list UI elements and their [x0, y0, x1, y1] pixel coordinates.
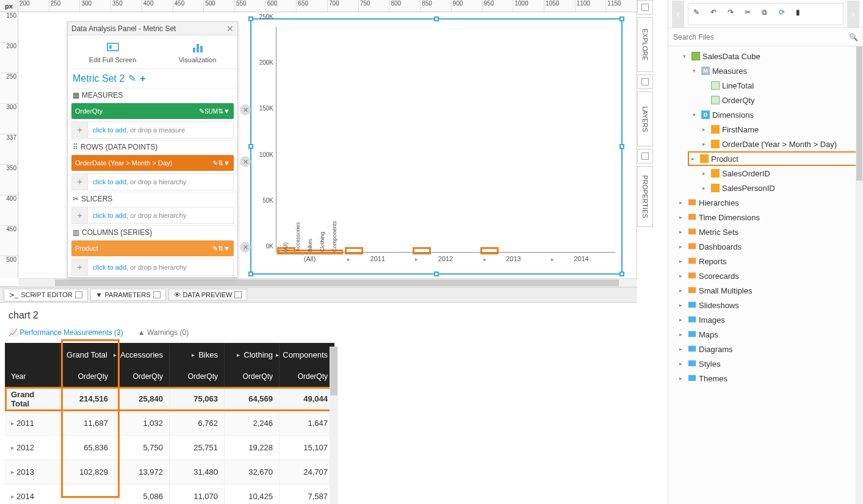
tree-category[interactable]: ▸Small Multiples — [668, 283, 863, 298]
tree-node-dimensions[interactable]: ▾DDimensions — [668, 107, 863, 122]
pin-icon[interactable] — [153, 291, 161, 298]
tree-category[interactable]: ▸Slideshows — [668, 298, 863, 312]
explore-tree[interactable]: ▾SalesData Cube ▾MMeasures LineTotal Ord… — [668, 46, 863, 504]
tool-redo-icon[interactable]: ↷ — [728, 8, 740, 20]
columns-pill-product[interactable]: Product ✎ ⇅ ▼ — [71, 240, 234, 256]
slicers-dropzone[interactable]: + click to add, or drop a hierarchy — [71, 207, 234, 224]
metric-set-name[interactable]: Metric Set 2 — [73, 73, 125, 84]
tree-category[interactable]: ▸Themes — [668, 371, 863, 386]
rtab-pin[interactable] — [637, 74, 653, 89]
resize-handle[interactable] — [248, 144, 253, 149]
tree-category[interactable]: ▸Metric Sets — [668, 225, 863, 239]
tab-parameters[interactable]: ▼PARAMETERS — [90, 289, 166, 301]
tab-script-editor[interactable]: ≻_SCRIPT EDITOR — [4, 289, 88, 301]
toolbar-prev-button[interactable]: ‹ — [672, 1, 684, 27]
tree-node-salespersonid[interactable]: ▸SalesPersonID — [668, 181, 863, 195]
resize-handle[interactable] — [248, 272, 253, 276]
tool-edit-icon[interactable]: ✎ — [693, 8, 706, 20]
table-row[interactable]: ▸ 201111,6871,0326,7622,2461,647 — [5, 411, 637, 436]
tree-node-orderqty[interactable]: OrderQty — [668, 93, 863, 107]
edit-icon[interactable]: ✎ — [212, 245, 218, 253]
tool-cut-icon[interactable]: ✂ — [745, 8, 757, 20]
pin-icon[interactable] — [234, 291, 242, 298]
tool-refresh-icon[interactable]: ⟳ — [779, 8, 791, 20]
table-col-header[interactable]: Grand Total — [60, 343, 115, 366]
table-row[interactable]: ▸ 201265,8365,75025,75119,22815,107 — [5, 436, 637, 460]
canvas-h-scrollbar[interactable] — [18, 278, 637, 287]
rows-pill-orderdate[interactable]: OrderDate (Year > Month > Day) ✎ ⇅ ▼ — [71, 155, 234, 171]
tree-category[interactable]: ▸Scorecards — [668, 268, 863, 283]
measure-dropzone[interactable]: + click to add, or drop a measure — [71, 121, 234, 139]
x-axis-label[interactable]: ▸2013 — [480, 253, 547, 270]
filter-icon[interactable]: ▼ — [223, 245, 230, 252]
remove-pill-button[interactable]: ✕ — [240, 242, 251, 253]
chart-plot-area[interactable]: (All)AccessoriesBikesClothingComponents — [276, 27, 615, 253]
resize-handle[interactable] — [619, 144, 624, 149]
close-icon[interactable]: ✕ — [226, 24, 234, 34]
edit-full-screen-button[interactable]: Edit Full Screen — [89, 40, 137, 63]
x-axis-label[interactable]: ▸2014 — [547, 253, 615, 270]
explore-v-scrollbar[interactable] — [856, 46, 863, 504]
tree-category[interactable]: ▸Hierarchies — [668, 195, 863, 210]
columns-dropzone[interactable]: + click to add, or drop a hierarchy — [71, 259, 234, 276]
tool-device-icon[interactable]: ▮ — [796, 8, 808, 20]
resize-handle[interactable] — [434, 16, 439, 21]
tree-node-measures[interactable]: ▾MMeasures — [668, 63, 863, 78]
x-axis-label[interactable]: ▸2012 — [411, 253, 479, 270]
resize-handle[interactable] — [434, 272, 439, 276]
edit-icon[interactable]: ✎ — [199, 107, 204, 115]
tree-node-orderdate[interactable]: ▸OrderDate (Year > Month > Day) — [668, 137, 863, 151]
tab-data-preview[interactable]: 👁DATA PREVIEW — [168, 289, 248, 301]
x-axis-label[interactable]: (All) — [276, 253, 344, 270]
measure-pill-orderqty[interactable]: OrderQty ✎ SUM ⇅ ▼ — [71, 103, 234, 119]
tool-undo-icon[interactable]: ↶ — [710, 8, 723, 20]
edit-icon[interactable]: ✎ — [128, 73, 136, 84]
add-slicer-button[interactable]: + — [72, 207, 88, 223]
perf-measurements-link[interactable]: 📈 Performance Measurements (3) — [9, 328, 123, 337]
table-row[interactable]: ▸ 20145,08611,07010,4257,587 — [5, 484, 637, 504]
tree-node-cube[interactable]: ▾SalesData Cube — [668, 49, 863, 63]
chart-selection-box[interactable]: 0K50K100K150K200K250K (All)AccessoriesBi… — [250, 18, 623, 275]
toolbar-next-button[interactable]: › — [847, 1, 859, 27]
tree-category[interactable]: ▸Time Dimensions — [668, 210, 863, 225]
tree-node-firstname[interactable]: ▸FirstName — [668, 122, 863, 137]
rows-dropzone[interactable]: + click to add, or drop a hierarchy — [71, 173, 234, 190]
table-col-header[interactable]: ▸ Accessories — [115, 343, 170, 366]
tree-node-linetotal[interactable]: LineTotal — [668, 78, 863, 93]
table-col-header[interactable]: ▸ Bikes — [170, 343, 225, 366]
add-row-button[interactable]: + — [72, 174, 88, 190]
tree-category[interactable]: ▸Images — [668, 312, 863, 327]
sort-icon[interactable]: ⇅ — [218, 159, 223, 167]
visualization-button[interactable]: Visualization — [179, 40, 217, 63]
search-input[interactable] — [673, 33, 849, 41]
edit-icon[interactable]: ✎ — [212, 159, 218, 167]
add-measure-button[interactable]: + — [72, 122, 88, 138]
filter-icon[interactable]: ▼ — [223, 107, 230, 115]
tree-node-product[interactable]: ▸Product — [688, 151, 859, 166]
add-metric-set-button[interactable]: + — [140, 73, 145, 84]
resize-handle[interactable] — [619, 272, 624, 276]
table-col-header[interactable]: ▸ Components — [280, 343, 334, 366]
resize-handle[interactable] — [619, 16, 624, 21]
resize-handle[interactable] — [248, 16, 253, 21]
table-col-header[interactable]: ▸ Clothing — [225, 343, 280, 366]
pin-icon[interactable] — [75, 291, 82, 298]
table-row[interactable]: ▸ 2013102,82913,97231,48032,67024,707 — [5, 460, 637, 484]
filter-icon[interactable]: ▼ — [223, 159, 230, 167]
x-axis-label[interactable]: ▸2011 — [344, 253, 411, 270]
rtab-layers[interactable]: LAYERS — [637, 92, 653, 146]
search-icon[interactable]: 🔍 — [849, 33, 858, 41]
tool-copy-icon[interactable]: ⧉ — [762, 8, 774, 20]
remove-pill-button[interactable]: ✕ — [240, 156, 251, 167]
tree-category[interactable]: ▸Reports — [668, 254, 863, 268]
tree-category[interactable]: ▸Maps — [668, 327, 863, 342]
tree-category[interactable]: ▸Styles — [668, 356, 863, 371]
rtab-pin[interactable] — [637, 0, 653, 15]
tree-category[interactable]: ▸Diagrams — [668, 342, 863, 356]
tree-category[interactable]: ▸Dashboards — [668, 239, 863, 254]
preview-v-scrollbar[interactable] — [330, 347, 338, 504]
warnings-link[interactable]: ▲ Warnings (0) — [138, 328, 189, 337]
tree-node-salesorderid[interactable]: ▸SalesOrderID — [668, 166, 863, 181]
add-column-button[interactable]: + — [72, 259, 88, 275]
sort-icon[interactable]: ⇅ — [218, 107, 223, 115]
